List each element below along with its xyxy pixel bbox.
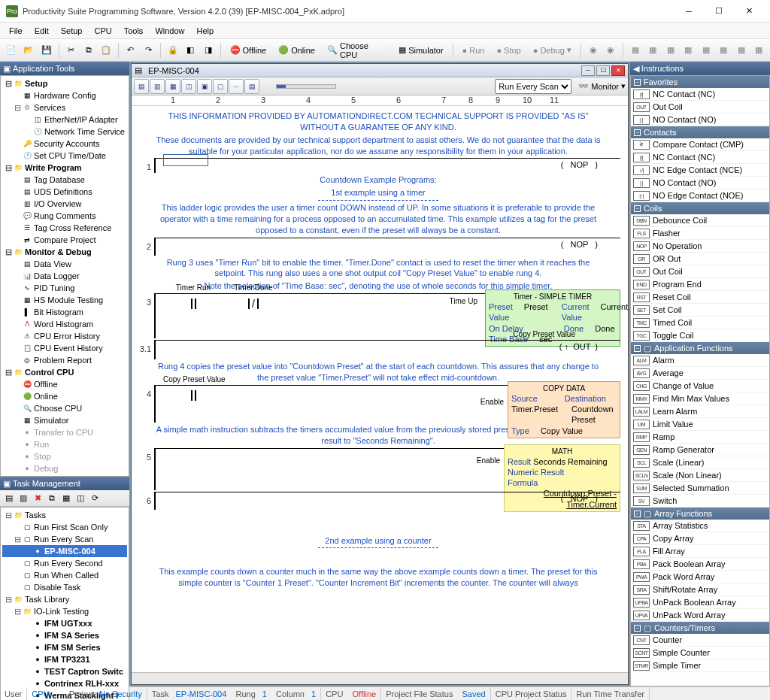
task-ifmsa[interactable]: ●IFM SA Series [2,629,127,641]
task-iolink[interactable]: ⊟📁IO-Link Testing [2,605,127,617]
etb-2[interactable]: ▥ [150,79,165,94]
tb-x1[interactable]: ◉ [585,42,602,59]
inst-rst[interactable]: RSTReset Coil [631,291,769,304]
tb-x9[interactable]: ▦ [733,42,750,59]
tree-write-program[interactable]: ⊟📁Write Program [2,162,127,174]
rung-2[interactable]: 2 ( NOP ) [136,238,620,256]
tree-c-online[interactable]: 🟢Online [2,390,127,402]
tb-choose-cpu[interactable]: 🔍Choose CPU [322,39,392,62]
inst-or[interactable]: OROR Out [631,253,769,265]
etb-1[interactable]: ▤ [134,79,149,94]
task-tasks[interactable]: ⊟📁Tasks [2,509,127,521]
tb-undo[interactable]: ↶ [123,42,139,59]
editor-hscroll[interactable] [132,672,628,684]
tb-x3[interactable]: ▦ [627,42,644,59]
inst-uba[interactable]: UPBAUnPack Boolean Array [631,596,769,609]
task-ifmugt[interactable]: ●IFM UGTxxx [2,617,127,629]
inst-nop[interactable]: NOPNo Operation [631,240,769,253]
task-disable[interactable]: ▢Disable Task [2,581,127,593]
inst-pwa[interactable]: PWAPack Word Array [631,571,769,583]
tree-c-debug[interactable]: ●Debug [2,462,127,474]
tb-x6[interactable]: ▦ [680,42,696,59]
inst-alm[interactable]: ALMAlarm [631,354,769,367]
tree-c-transfer[interactable]: ●Transfer to CPU [2,426,127,438]
grp-coils[interactable]: −Coils [631,202,769,214]
tb-debug[interactable]: ●Debug▾ [528,43,577,57]
tasktb-7[interactable]: ⟳ [88,492,102,505]
inst-tmc[interactable]: TMCTimed Coil [631,317,769,329]
tb-copy[interactable]: ⧉ [80,42,97,59]
task-runwhen[interactable]: ▢Run When Called [2,569,127,581]
inst-nc[interactable]: |/|NC Contact (NC) [631,88,769,101]
tree-ntp[interactable]: 🕐Network Time Service [2,126,127,138]
tree-bithist[interactable]: ▌Bit Histogram [2,306,127,318]
inst-no2[interactable]: | |NO Contact (NO) [631,177,769,189]
tb-open[interactable]: 📂 [21,42,38,59]
task-runfirst[interactable]: ▢Run First Scan Only [2,521,127,533]
tb-x4[interactable]: ▦ [644,42,661,59]
inst-avg[interactable]: AVGAverage [631,367,769,380]
grp-contacts[interactable]: −Contacts [631,126,769,138]
tree-rung-comments[interactable]: 💬Rung Comments [2,210,127,222]
inst-rmp[interactable]: RMPRamp [631,431,769,444]
menu-edit[interactable]: Edit [29,25,55,37]
tree-settime[interactable]: 🕐Set CPU Time/Date [2,150,127,162]
rung-4[interactable]: 4 Copy Preset Value Enable COPY DATA Sou… [136,385,620,423]
inst-fla[interactable]: FLAFill Array [631,545,769,558]
inst-lim[interactable]: LIMLimit Value [631,418,769,431]
tasktb-1[interactable]: ▤ [2,492,16,505]
inst-no[interactable]: | |NO Contact (NO) [631,114,769,126]
tree-cpu-event[interactable]: 📋CPU Event History [2,342,127,354]
inst-uwa[interactable]: UPVAUnPack Word Array [631,609,769,622]
tree-tagdb[interactable]: ▤Tag Database [2,174,127,186]
tasktb-4[interactable]: ⧉ [45,492,59,505]
tree-pid[interactable]: ∿PID Tuning [2,282,127,294]
tree-ethernetip[interactable]: ◫EtherNet/IP Adapter [2,114,127,126]
tb-save[interactable]: 💾 [38,42,55,59]
menu-tools[interactable]: Tools [118,25,150,37]
grp-ct[interactable]: −▢Counters/Timers [631,622,769,634]
tb-offline[interactable]: ⛔Offline [225,43,272,57]
editor-close[interactable]: ✕ [611,65,625,76]
inst-dbn[interactable]: DBNDebounce Coil [631,214,769,227]
inst-cnt[interactable]: CNTCounter [631,634,769,647]
editor-runmode[interactable]: Run Every Scan [495,79,571,94]
tree-c-run[interactable]: ●Run [2,438,127,450]
inst-ssum[interactable]: SUMSelected Summation [631,482,769,495]
inst-rgen[interactable]: GENRamp Generator [631,444,769,456]
window-maximize[interactable]: ☐ [704,1,734,22]
tree-control-cpu[interactable]: ⊟📁Control CPU [2,366,127,378]
task-lib[interactable]: ⊟📁Task Library [2,593,127,605]
tb-x2[interactable]: ◉ [602,42,619,59]
tb-x7[interactable]: ▦ [698,42,714,59]
inst-cpa[interactable]: CPACopy Array [631,532,769,545]
tree-datalogger[interactable]: 📊Data Logger [2,270,127,282]
inst-pend[interactable]: ENDProgram End [631,278,769,291]
tree-monitor-debug[interactable]: ⊟📁Monitor & Debug [2,246,127,258]
inst-stmr[interactable]: STMRSimple Timer [631,659,769,672]
tb-x8[interactable]: ▦ [715,42,732,59]
inst-out[interactable]: OUTOut Coil [631,101,769,114]
rung-6[interactable]: 6 ( NOP ) [136,492,620,510]
tb-misc1[interactable]: ◧ [183,42,199,59]
tree-io-overview[interactable]: ▥I/O Overview [2,198,127,210]
tree-c-offline[interactable]: ⛔Offline [2,378,127,390]
inst-sw[interactable]: SVSwitch [631,495,769,508]
tree-security[interactable]: 🔑Security Accounts [2,138,127,150]
tree-c-choose[interactable]: 🔍Choose CPU [2,402,127,414]
tb-x10[interactable]: ▦ [750,42,767,59]
inst-pba[interactable]: PBAPack Boolean Array [631,558,769,571]
inst-sta[interactable]: STAArray Statistics [631,520,769,532]
tasktb-6[interactable]: ◫ [74,492,87,505]
inst-noe[interactable]: |↑|NO Edge Contact (NOE) [631,189,769,202]
inst-lalm[interactable]: LALMLearn Alarm [631,405,769,418]
etb-3[interactable]: ▦ [165,79,180,94]
task-ifmsm[interactable]: ●IFM SM Series [2,641,127,653]
menu-cpu[interactable]: CPU [88,25,117,37]
tree-hardware-config[interactable]: ▦Hardware Config [2,89,127,102]
grp-arrfn[interactable]: −▢Array Functions [631,508,769,520]
etb-7[interactable]: ↔ [229,79,244,94]
inst-set[interactable]: SETSet Coil [631,304,769,317]
tree-c-sim[interactable]: ▦Simulator [2,414,127,426]
tb-new[interactable]: 📄 [3,42,20,59]
